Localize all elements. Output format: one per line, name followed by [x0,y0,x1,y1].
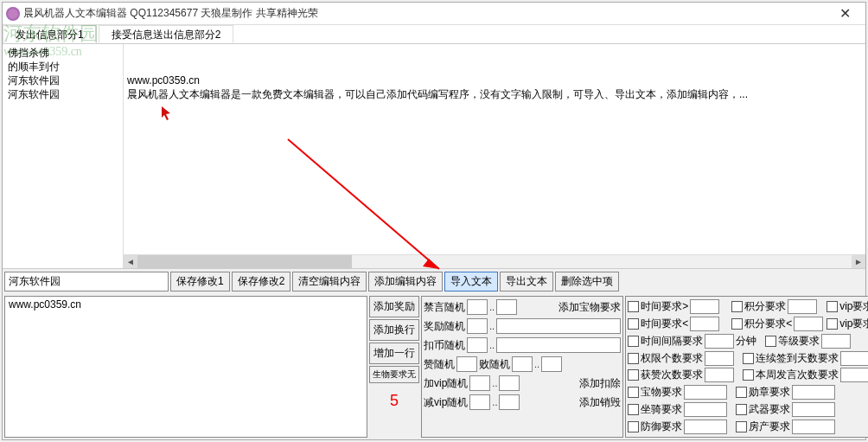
add-treasure-req-label: 添加宝物要求 [519,300,621,315]
lose-random-val2[interactable] [541,356,562,372]
defense-req-input[interactable] [684,420,727,434]
weapon-req-input[interactable] [792,402,835,417]
export-text-button[interactable]: 导出文本 [500,272,553,291]
tab-send-info-1[interactable]: 发出信息部分1 [3,25,97,43]
bio-req-button[interactable]: 生物要求无 [369,366,419,383]
sub-vip-max[interactable] [499,394,520,410]
level-req-checkbox[interactable] [765,336,776,347]
lose-random-label: 败随机 [479,357,510,372]
score-req-lt-input[interactable] [794,317,823,331]
horizontal-scrollbar[interactable]: ◄ ► [124,254,865,268]
content-line: 晨风机器人文本编辑器是一款免费文本编辑器，可以自己添加代码编写程序，没有文字输入… [124,87,865,101]
week-speak-input[interactable] [840,368,868,382]
list-item[interactable]: 的顺丰到付 [6,60,119,74]
reward-random-label: 奖励随机 [424,319,465,334]
import-text-button[interactable]: 导入文本 [444,272,498,291]
content-line: www.pc0359.cn [124,74,865,87]
score-req-input[interactable] [788,299,817,314]
score-req-checkbox[interactable] [731,301,743,312]
requirements-panel: 时间要求> 积分要求 vip要求是 时间要求< 积分要求< [625,296,868,438]
power-count-checkbox[interactable] [628,353,639,364]
treasure-req-input[interactable] [684,385,727,400]
scroll-right-arrow[interactable]: ► [852,255,865,269]
like-random-label: 赞随机 [424,357,455,372]
interval-req-checkbox[interactable] [628,336,639,347]
sub-vip-random-label: 减vip随机 [424,395,468,410]
ban-random-label: 禁言随机 [424,300,465,315]
ban-random-min[interactable] [467,299,488,315]
defense-req-checkbox[interactable] [628,421,639,432]
interval-req-input[interactable] [705,334,734,349]
power-count-input[interactable] [705,351,734,366]
weapon-req-checkbox[interactable] [736,404,747,415]
house-req-input[interactable] [792,420,835,434]
vip-yes-checkbox[interactable] [827,301,838,312]
mini-button-column: 添加奖励 添加换行 增加一行 生物要求无 5 [369,296,419,438]
vip-no-checkbox[interactable] [827,318,838,330]
app-window: 晨风机器人文本编辑器 QQ112345677 天狼星制作 共享精神光荣 ✕ 发出… [2,2,866,440]
list-item[interactable]: 佛挡杀佛 [6,46,119,60]
scroll-track[interactable] [137,255,852,268]
continuous-sign-checkbox[interactable] [743,353,754,364]
reward-random-min[interactable] [467,318,488,334]
lose-random-val[interactable] [512,356,533,372]
continuous-sign-input[interactable] [840,351,868,366]
score-req-lt-checkbox[interactable] [731,318,743,330]
random-settings-panel: 禁言随机 .. 添加宝物要求 奖励随机 .. 扣币随机 .. 赞随机 [421,296,623,438]
time-req-lt-checkbox[interactable] [628,318,639,330]
house-req-checkbox[interactable] [736,421,747,432]
add-vip-min[interactable] [469,375,490,391]
bottom-area: www.pc0359.cn 添加奖励 添加换行 增加一行 生物要求无 5 禁言随… [3,294,865,439]
add-reward-button[interactable]: 添加奖励 [369,296,419,317]
level-req-input[interactable] [821,334,851,349]
time-req-lt-input[interactable] [690,317,719,331]
name-input[interactable] [4,272,169,291]
deduct-random-label: 扣币随机 [424,338,465,353]
scroll-left-arrow[interactable]: ◄ [124,255,137,269]
left-list[interactable]: 佛挡杀佛 的顺丰到付 河东软件园 河东软件园 [3,44,124,268]
win-count-checkbox[interactable] [628,369,639,381]
list-item[interactable]: 河东软件园 [6,87,119,101]
time-req-gt-checkbox[interactable] [628,301,639,312]
save-2-button[interactable]: 保存修改2 [232,272,291,291]
edit-textarea[interactable]: www.pc0359.cn [4,296,367,438]
medal-req-input[interactable] [792,385,835,400]
add-newline-button[interactable]: 添加换行 [369,319,419,341]
tab-row: 发出信息部分1 接受信息送出信息部分2 [3,25,865,44]
app-icon [6,7,20,21]
add-vip-random-label: 加vip随机 [424,376,468,391]
clear-edit-button[interactable]: 清空编辑内容 [292,272,367,291]
medal-req-checkbox[interactable] [736,387,747,398]
win-count-input[interactable] [705,368,734,382]
list-item[interactable]: 河东软件园 [6,74,119,87]
scroll-thumb[interactable] [137,255,352,268]
mount-req-checkbox[interactable] [628,404,639,415]
week-speak-checkbox[interactable] [743,369,754,381]
like-random-val[interactable] [456,356,477,372]
deduct-random-max[interactable] [496,337,621,353]
mount-req-input[interactable] [684,402,727,417]
add-edit-button[interactable]: 添加编辑内容 [368,272,443,291]
delete-selected-button[interactable]: 删除选中项 [555,272,619,291]
right-content-pane: www.pc0359.cn 晨风机器人文本编辑器是一款免费文本编辑器，可以自己添… [124,44,865,268]
top-pane: 佛挡杀佛 的顺丰到付 河东软件园 河东软件园 www.pc0359.cn 晨风机… [3,44,865,269]
reward-random-max[interactable] [496,318,621,334]
deduct-random-min[interactable] [467,337,488,353]
tab-receive-send-info-2[interactable]: 接受信息送出信息部分2 [99,25,234,43]
counter-display: 5 [369,385,419,417]
close-button[interactable]: ✕ [827,3,862,24]
add-destroy-label: 添加销毁 [521,395,621,410]
ban-random-max[interactable] [496,299,517,315]
save-1-button[interactable]: 保存修改1 [170,272,230,291]
add-row-button[interactable]: 增加一行 [369,343,419,364]
add-deduct-label: 添加扣除 [521,376,621,391]
add-vip-max[interactable] [499,375,520,391]
window-title: 晨风机器人文本编辑器 QQ112345677 天狼星制作 共享精神光荣 [23,6,827,21]
toolbar-row: 保存修改1 保存修改2 清空编辑内容 添加编辑内容 导入文本 导出文本 删除选中… [3,269,865,294]
treasure-req-checkbox[interactable] [628,387,639,398]
time-req-gt-input[interactable] [690,299,719,314]
sub-vip-min[interactable] [469,394,490,410]
titlebar: 晨风机器人文本编辑器 QQ112345677 天狼星制作 共享精神光荣 ✕ [3,3,865,25]
